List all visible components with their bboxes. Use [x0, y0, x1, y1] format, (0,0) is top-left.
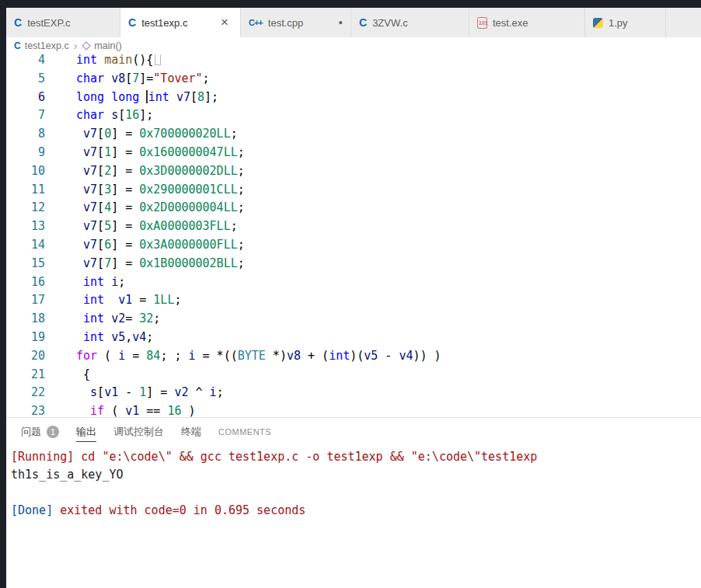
- tab-label: test1exp.c: [141, 17, 187, 29]
- code-text: v7[5] = 0xA0000003FLL;: [45, 217, 238, 236]
- line-number: 17: [6, 291, 45, 310]
- editor-tab-bar: testEXP.ctest1exp.c×test.cpp●3ZVW.ctest.…: [6, 8, 701, 37]
- tab-1.py[interactable]: 1.py: [585, 8, 666, 37]
- line-number: 19: [6, 329, 45, 347]
- line-number: 22: [6, 384, 45, 402]
- code-line[interactable]: 20for ( i = 84; ; i = *((BYTE *)v8 + (in…: [6, 347, 701, 366]
- line-number: 10: [6, 162, 45, 181]
- code-text: v7[4] = 0x2D00000004LL;: [45, 199, 245, 217]
- code-text: int i;: [45, 273, 125, 292]
- panel-tab-COMMENTS[interactable]: COMMENTS: [210, 418, 280, 445]
- code-text: v7[2] = 0x3D0000002DLL;: [45, 162, 245, 181]
- code-text: v7[7] = 0x1B0000002BLL;: [45, 255, 245, 273]
- code-line[interactable]: 17 int v1 = 1LL;: [6, 291, 701, 310]
- output-line: [11, 484, 701, 502]
- line-number: 8: [6, 125, 45, 144]
- line-number: 13: [6, 217, 45, 236]
- tab-test.cpp[interactable]: test.cpp●: [241, 8, 351, 37]
- breadcrumb: test1exp.c › main(): [6, 37, 701, 54]
- line-number: 12: [6, 199, 45, 217]
- code-line[interactable]: 12 v7[4] = 0x2D00000004LL;: [6, 199, 701, 217]
- output-line: [Done] exited with code=0 in 0.695 secon…: [11, 502, 701, 520]
- panel-tab-输出[interactable]: 输出: [68, 418, 105, 445]
- c-file-icon: [128, 16, 136, 29]
- code-line[interactable]: 6long long int v7[8];: [6, 89, 701, 107]
- tab-label: testEXP.c: [27, 17, 70, 29]
- code-editor[interactable]: 4int main(){5char v8[7]="Tover";6long lo…: [6, 54, 701, 417]
- code-line[interactable]: 19 int v5,v4;: [6, 329, 701, 347]
- breadcrumb-symbol[interactable]: main(): [94, 40, 121, 51]
- tab-label: 1.py: [609, 17, 628, 29]
- code-text: long long int v7[8];: [45, 89, 218, 107]
- line-number: 11: [6, 181, 45, 200]
- line-number: 4: [6, 54, 45, 70]
- line-number: 20: [6, 347, 45, 366]
- code-line[interactable]: 18 int v2= 32;: [6, 310, 701, 329]
- panel-tab-label: COMMENTS: [218, 424, 271, 439]
- window-left-edge: [0, 0, 6, 588]
- panel-tab-问题[interactable]: 问题1: [12, 418, 68, 445]
- code-line[interactable]: 10 v7[2] = 0x3D0000002DLL;: [6, 162, 701, 181]
- code-line[interactable]: 5char v8[7]="Tover";: [6, 70, 701, 89]
- code-text: if ( v1 == 16 ): [45, 402, 196, 417]
- bottom-panel: 问题1输出调试控制台终端COMMENTS [Running] cd "e:\co…: [6, 417, 701, 588]
- line-number: 14: [6, 236, 45, 255]
- code-text: s[v1 - 1] = v2 ^ i;: [45, 384, 224, 402]
- code-line[interactable]: 13 v7[5] = 0xA0000003FLL;: [6, 217, 701, 236]
- line-number: 5: [6, 70, 45, 89]
- code-line[interactable]: 11 v7[3] = 0x290000001CLL;: [6, 181, 701, 200]
- window-top-edge: [0, 0, 701, 8]
- modified-indicator-icon: ●: [333, 19, 343, 26]
- code-text: for ( i = 84; ; i = *((BYTE *)v8 + (int)…: [45, 347, 441, 366]
- cpp-file-icon: [249, 18, 263, 27]
- close-tab-icon[interactable]: ×: [217, 15, 232, 30]
- panel-tab-label: 终端: [181, 422, 201, 441]
- panel-tab-调试控制台[interactable]: 调试控制台: [105, 418, 173, 445]
- breadcrumb-file[interactable]: test1exp.c: [25, 40, 69, 51]
- tab-label: 3ZVW.c: [372, 17, 408, 29]
- tab-testEXP.c[interactable]: testEXP.c: [6, 8, 120, 37]
- code-line[interactable]: 14 v7[6] = 0x3A0000000FLL;: [6, 236, 701, 255]
- line-number: 9: [6, 144, 45, 162]
- tab-3ZVW.c[interactable]: 3ZVW.c: [351, 8, 469, 37]
- code-text: int main(){: [45, 54, 161, 70]
- code-text: int v2= 32;: [45, 310, 160, 329]
- code-line[interactable]: 16 int i;: [6, 273, 701, 292]
- c-file-icon: [359, 16, 367, 29]
- exe-file-icon: [477, 17, 487, 29]
- code-text: char s[16];: [45, 106, 153, 125]
- text-cursor: [146, 90, 148, 103]
- panel-tab-label: 调试控制台: [113, 422, 164, 441]
- tab-test1exp.c[interactable]: test1exp.c×: [120, 8, 241, 37]
- py-file-icon: [593, 18, 603, 28]
- panel-tab-终端[interactable]: 终端: [173, 418, 210, 445]
- line-number: 6: [6, 89, 45, 107]
- line-number: 21: [6, 366, 45, 384]
- line-number: 15: [6, 255, 45, 273]
- code-text: v7[6] = 0x3A0000000FLL;: [45, 236, 245, 255]
- code-text: int v1 = 1LL;: [45, 291, 181, 310]
- code-area: 4int main(){5char v8[7]="Tover";6long lo…: [6, 54, 701, 417]
- code-line[interactable]: 9 v7[1] = 0x1600000047LL;: [6, 144, 701, 162]
- code-text: int v5,v4;: [45, 329, 153, 347]
- code-line[interactable]: 23 if ( v1 == 16 ): [6, 402, 701, 417]
- code-line[interactable]: 21 {: [6, 366, 701, 384]
- line-number: 16: [6, 273, 45, 292]
- line-number: 23: [6, 402, 45, 417]
- c-file-icon: [14, 40, 21, 51]
- panel-tab-label: 输出: [76, 422, 96, 442]
- code-line[interactable]: 7char s[16];: [6, 106, 701, 125]
- output-console[interactable]: [Running] cd "e:\code\" && gcc test1exp.…: [6, 445, 701, 520]
- output-line: th1s_is_a_key_YO: [11, 466, 701, 484]
- code-text: {: [45, 366, 90, 384]
- code-line[interactable]: 4int main(){: [6, 54, 701, 70]
- line-number: 18: [6, 310, 45, 329]
- line-number: 7: [6, 106, 45, 125]
- code-line[interactable]: 8 v7[0] = 0x700000020LL;: [6, 125, 701, 144]
- code-text: v7[0] = 0x700000020LL;: [45, 125, 238, 144]
- bracket-match-box: [155, 54, 161, 65]
- code-text: v7[1] = 0x1600000047LL;: [45, 144, 245, 162]
- code-line[interactable]: 15 v7[7] = 0x1B0000002BLL;: [6, 255, 701, 273]
- tab-test.exe[interactable]: test.exe: [469, 8, 585, 37]
- code-line[interactable]: 22 s[v1 - 1] = v2 ^ i;: [6, 384, 701, 402]
